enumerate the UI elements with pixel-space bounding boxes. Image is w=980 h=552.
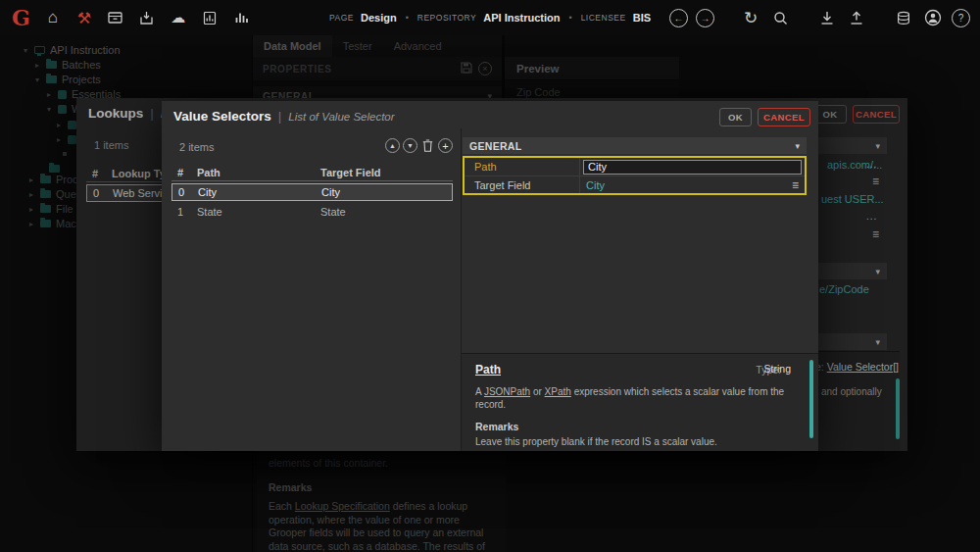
question-glyph: ? (958, 13, 964, 24)
cloud-icon[interactable]: ☁ (168, 7, 189, 28)
import-box-icon[interactable] (136, 7, 158, 28)
type-value: String (764, 363, 791, 375)
delete-button[interactable] (420, 138, 435, 153)
xpath-link[interactable]: XPath (545, 386, 571, 397)
app-window: G ⌂ ⚒ ☁ PAGE Design • REPOSITORY API Ins… (0, 0, 980, 552)
scrollbar-thumb[interactable] (809, 360, 813, 438)
cell-num: 1 (172, 206, 197, 218)
target-field-value[interactable]: City (580, 179, 792, 191)
up-arrow-glyph: ▲ (389, 142, 396, 149)
licensee-label: LICENSEE (581, 13, 626, 23)
list-toolbar: ▲ ▼ + (385, 138, 453, 153)
items-count: 2 items (179, 141, 214, 153)
refresh-glyph: ↻ (744, 8, 758, 28)
remarks-heading: Remarks (475, 421, 805, 432)
forward-glyph: → (701, 13, 710, 24)
repository-value[interactable]: API Instruction (483, 12, 560, 24)
remarks-text: Leave this property blank if the record … (475, 436, 805, 447)
move-up-button[interactable]: ▲ (385, 138, 400, 153)
table-row-selected[interactable]: 0 City City (172, 183, 453, 201)
general-section-header[interactable]: GENERAL ▾ (463, 137, 807, 154)
cell-target: State (320, 206, 453, 218)
bar-chart-icon[interactable] (230, 7, 252, 28)
separator-dot: • (406, 13, 409, 23)
property-row-path[interactable]: Path (465, 158, 805, 176)
refresh-icon[interactable]: ↻ (740, 7, 761, 28)
user-icon[interactable] (922, 7, 944, 28)
hamburger-icon[interactable]: ≡ (792, 178, 799, 192)
help-property-name: Path (475, 363, 501, 376)
column-header-target[interactable]: Target Field (320, 167, 453, 178)
back-glyph: ← (674, 13, 684, 24)
search-icon[interactable] (769, 7, 791, 28)
page-label: PAGE (329, 13, 354, 23)
jsonpath-link[interactable]: JSONPath (484, 386, 530, 397)
value-selectors-dialog: Value Selectors|List of Value Selector O… (162, 101, 818, 451)
cell-path: City (198, 186, 321, 198)
help-title-row: Path Type: String (475, 363, 805, 376)
chevron-down-icon[interactable]: ▾ (795, 141, 800, 151)
column-header-num[interactable]: # (172, 167, 197, 178)
dialog-title-text: Value Selectors (173, 109, 271, 124)
tools-icon[interactable]: ⚒ (74, 7, 95, 28)
topbar: G ⌂ ⚒ ☁ PAGE Design • REPOSITORY API Ins… (0, 0, 980, 35)
topbar-right-icons: ← → ↻ ? (669, 7, 970, 28)
highlighted-property-group: Path Target Field City ≡ (463, 156, 807, 195)
help-icon[interactable]: ? (952, 9, 970, 27)
help-text: A (475, 386, 484, 397)
grooper-logo[interactable]: G (12, 5, 30, 30)
archive-icon[interactable] (105, 7, 126, 28)
table-row[interactable]: 1 State State (172, 203, 453, 221)
licensee-value: BIS (633, 12, 651, 24)
cell-num: 0 (172, 186, 198, 198)
help-description: A JSONPath or XPath expression which sel… (475, 385, 805, 411)
path-property-label: Path (465, 158, 580, 176)
down-arrow-glyph: ▼ (407, 142, 414, 149)
property-row-target-field[interactable]: Target Field City ≡ (465, 176, 805, 193)
help-text: or (530, 386, 544, 397)
home-icon[interactable]: ⌂ (42, 7, 64, 28)
title-separator: | (278, 109, 282, 124)
table-header-row: # Path Target Field (172, 164, 453, 181)
upload-icon[interactable] (846, 7, 867, 28)
home-glyph: ⌂ (48, 8, 58, 27)
plus-glyph: + (442, 140, 448, 152)
ok-button[interactable]: OK (719, 108, 752, 126)
target-field-property-label: Target Field (465, 176, 580, 193)
repository-label: REPOSITORY (417, 13, 476, 23)
cell-path: State (197, 206, 320, 218)
column-header-path[interactable]: Path (197, 167, 320, 178)
general-title: GENERAL (469, 140, 521, 152)
clipboard-chart-icon[interactable] (199, 7, 220, 28)
dialog-title: Value Selectors|List of Value Selector (173, 109, 395, 124)
cancel-button[interactable]: CANCEL (758, 108, 810, 126)
cloud-glyph: ☁ (171, 9, 185, 26)
page-value[interactable]: Design (361, 12, 397, 24)
back-icon[interactable]: ← (669, 9, 688, 27)
download-icon[interactable] (816, 7, 838, 28)
database-icon[interactable] (893, 7, 914, 28)
path-value-input[interactable] (583, 160, 802, 175)
breadcrumb: PAGE Design • REPOSITORY API Instruction… (329, 12, 651, 24)
value-selectors-table: # Path Target Field 0 City City 1 State … (172, 164, 453, 221)
forward-icon[interactable]: → (696, 9, 714, 27)
dialog-subtitle: List of Value Selector (288, 111, 394, 123)
move-down-button[interactable]: ▼ (403, 138, 417, 153)
topbar-left-icons: ⌂ ⚒ ☁ (42, 7, 252, 28)
cell-target: City (321, 186, 452, 198)
add-button[interactable]: + (438, 138, 453, 153)
separator-dot: • (568, 13, 571, 23)
property-help-panel: Path Type: String A JSONPath or XPath ex… (462, 353, 818, 451)
tools-glyph: ⚒ (77, 9, 91, 27)
